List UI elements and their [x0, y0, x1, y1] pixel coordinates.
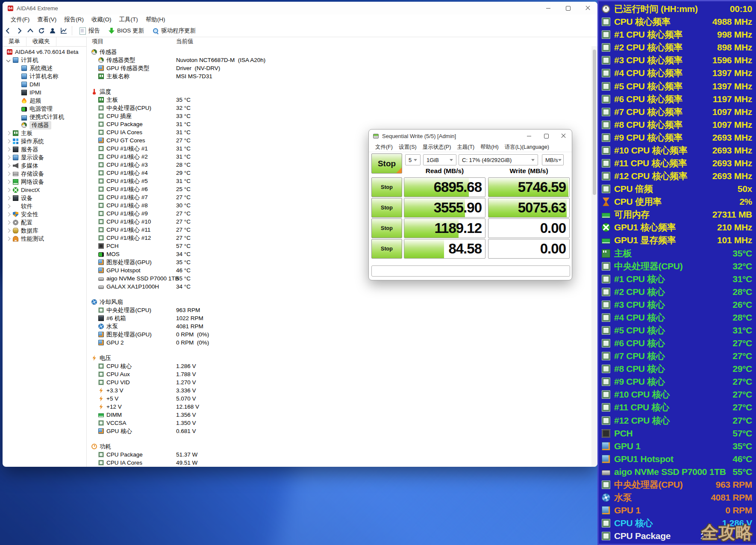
sidebar-item[interactable]: 多媒体: [3, 162, 86, 170]
chevron-collapsed-icon[interactable]: [6, 237, 11, 241]
list-item[interactable]: 传感器类型Nuvoton NCT6687D-M (ISA A20h): [87, 56, 591, 64]
sidebar-item[interactable]: 设备: [3, 194, 86, 202]
dialog-close-icon[interactable]: [555, 130, 572, 142]
test-size-select[interactable]: 1GiB: [423, 154, 456, 165]
chevron-collapsed-icon[interactable]: [6, 139, 11, 144]
sidebar-item[interactable]: 传感器: [3, 121, 86, 129]
stop-row-button[interactable]: Stop: [371, 198, 402, 218]
dialog-menu-item-3[interactable]: 显示状态(P): [420, 143, 454, 151]
bios-update-button[interactable]: BIOS 更新: [104, 26, 148, 35]
scrollbar-thumb[interactable]: [593, 50, 596, 195]
close-icon[interactable]: [578, 2, 597, 15]
sidebar-item[interactable]: 超频: [3, 97, 86, 105]
sidebar-item[interactable]: 便携式计算机: [3, 113, 86, 121]
chevron-collapsed-icon[interactable]: [6, 172, 11, 176]
tab-favorites[interactable]: 收藏夹: [26, 37, 56, 46]
list-section-header[interactable]: 功耗: [87, 442, 591, 451]
list-item[interactable]: 主板35 °C: [87, 96, 591, 104]
column-header-item[interactable]: 项目: [92, 37, 103, 46]
minimize-icon[interactable]: [538, 2, 558, 15]
chevron-collapsed-icon[interactable]: [6, 131, 11, 136]
list-item[interactable]: 主板名称MSI MS-7D31: [87, 72, 591, 80]
list-item[interactable]: CPU Package51.37 W: [87, 451, 591, 459]
sidebar-item[interactable]: 主板: [3, 129, 86, 137]
chevron-collapsed-icon[interactable]: [6, 180, 11, 184]
target-drive-select[interactable]: C: 17% (49/292GiB): [459, 154, 538, 165]
list-item[interactable]: VCCSA1.350 V: [87, 419, 591, 427]
menu-item-2[interactable]: 查看(V): [33, 15, 60, 24]
list-item[interactable]: CPU 插座33 °C: [87, 112, 591, 120]
list-item[interactable]: GPU 20 RPM (0%): [87, 339, 591, 347]
menu-item-3[interactable]: 报告(R): [60, 15, 88, 24]
stop-row-button[interactable]: Stop: [371, 177, 402, 197]
list-item[interactable]: +3.3 V3.336 V: [87, 386, 591, 395]
sidebar-item[interactable]: 数据库: [3, 227, 86, 235]
stop-row-button[interactable]: Stop: [371, 239, 402, 259]
list-section-header[interactable]: 温度: [87, 88, 591, 96]
sidebar-item[interactable]: DirectX: [3, 186, 86, 194]
chevron-collapsed-icon[interactable]: [6, 196, 11, 200]
sidebar-item[interactable]: 64AIDA64 v6.70.6014 Beta: [3, 48, 86, 56]
dialog-menu-item-5[interactable]: 帮助(H): [477, 143, 501, 151]
menu-item-6[interactable]: 帮助(H): [142, 15, 169, 24]
list-item[interactable]: 图形处理器(GPU)0 RPM (0%): [87, 330, 591, 339]
list-item[interactable]: DIMM1.356 V: [87, 411, 591, 419]
list-item[interactable]: +5 V5.070 V: [87, 395, 591, 403]
list-section-header[interactable]: 冷却风扇: [87, 298, 591, 306]
dialog-menu-item-6[interactable]: 语言(L)(Language): [502, 143, 552, 151]
sidebar-item[interactable]: 性能测试: [3, 235, 86, 243]
list-section-header[interactable]: 传感器: [87, 48, 591, 56]
sidebar-item[interactable]: 显示设备: [3, 153, 86, 162]
list-item[interactable]: CPU 核心1.286 V: [87, 362, 591, 370]
sidebar-item[interactable]: 电源管理: [3, 105, 86, 113]
dialog-menu-item-4[interactable]: 主题(T): [454, 143, 477, 151]
dialog-menu-item-2[interactable]: 设置(S): [396, 143, 420, 151]
chevron-expanded-icon[interactable]: [6, 58, 11, 62]
list-item[interactable]: CPU Package31 °C: [87, 120, 591, 128]
chevron-collapsed-icon[interactable]: [6, 156, 11, 160]
list-item[interactable]: CPU VID1.270 V: [87, 378, 591, 386]
list-item[interactable]: GPU 核心0.681 V: [87, 427, 591, 435]
list-item[interactable]: GALAX XA1P1000H34 °C: [87, 283, 591, 291]
sidebar-item[interactable]: 计算机: [3, 56, 86, 64]
sidebar-item[interactable]: 网络设备: [3, 178, 86, 186]
list-item[interactable]: CPU Aux1.788 V: [87, 370, 591, 378]
chart-icon[interactable]: [58, 26, 69, 35]
units-select[interactable]: MB/s: [542, 154, 564, 165]
tab-menu[interactable]: 菜单: [3, 37, 26, 46]
sidebar-item[interactable]: 安全性: [3, 210, 86, 218]
menu-item-4[interactable]: 收藏(O): [88, 15, 115, 24]
sidebar-item[interactable]: 系统概述: [3, 64, 86, 72]
sidebar-item[interactable]: 配置: [3, 218, 86, 227]
chevron-collapsed-icon[interactable]: [6, 147, 11, 152]
list-item[interactable]: GPU 传感器类型Driver (NV-DRV): [87, 64, 591, 72]
list-item[interactable]: #6 机箱1022 RPM: [87, 314, 591, 322]
test-count-select[interactable]: 5: [405, 154, 421, 165]
driver-update-button[interactable]: 驱动程序更新: [148, 26, 200, 35]
refresh-icon[interactable]: [36, 26, 47, 35]
forward-icon[interactable]: [14, 26, 25, 35]
column-header-value[interactable]: 当前值: [176, 37, 194, 46]
chevron-collapsed-icon[interactable]: [6, 212, 11, 217]
list-item[interactable]: 中央处理器(CPU)963 RPM: [87, 306, 591, 314]
chevron-collapsed-icon[interactable]: [6, 221, 11, 225]
report-button[interactable]: 报告: [75, 26, 104, 35]
chevron-collapsed-icon[interactable]: [6, 229, 11, 233]
sidebar-item[interactable]: 软件: [3, 202, 86, 210]
dialog-maximize-icon[interactable]: [538, 130, 555, 142]
dialog-menu-item-1[interactable]: 文件(F): [372, 143, 396, 151]
list-section-header[interactable]: 电压: [87, 354, 591, 362]
stop-all-button[interactable]: Stop: [371, 153, 402, 174]
sidebar-item[interactable]: 服务器: [3, 145, 86, 153]
chevron-collapsed-icon[interactable]: [6, 188, 11, 192]
list-item[interactable]: 中央处理器(CPU)32 °C: [87, 104, 591, 112]
chevron-collapsed-icon[interactable]: [6, 204, 11, 209]
list-item[interactable]: CPU IA Cores49.51 W: [87, 459, 591, 467]
back-icon[interactable]: [3, 26, 14, 35]
sidebar-item[interactable]: 操作系统: [3, 137, 86, 145]
list-item[interactable]: +12 V12.168 V: [87, 403, 591, 411]
stop-row-button[interactable]: Stop: [371, 218, 402, 238]
sidebar-item[interactable]: IPMI: [3, 88, 86, 97]
sidebar-item[interactable]: 计算机名称: [3, 72, 86, 80]
list-scrollbar[interactable]: [591, 46, 597, 467]
